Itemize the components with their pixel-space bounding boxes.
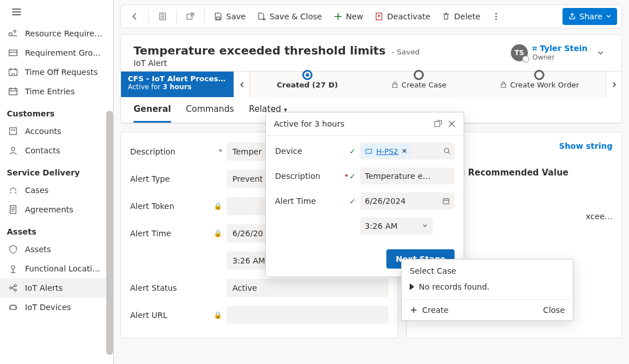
save-button[interactable]: Save xyxy=(209,8,250,25)
nav-accounts[interactable]: Accounts xyxy=(0,122,113,141)
header-expand-button[interactable] xyxy=(592,48,609,58)
save-close-button[interactable]: Save & Close xyxy=(252,8,326,25)
nav-label: Time Off Requests xyxy=(25,68,98,77)
svg-rect-22 xyxy=(393,84,397,87)
bpf-stage-flyout: Active for 3 hours Device ✓ H-PS2 ✕ xyxy=(265,112,464,277)
nav-cases[interactable]: Cases xyxy=(0,181,113,200)
overflow-button[interactable] xyxy=(487,8,505,25)
lookup-create-button[interactable]: Create xyxy=(410,306,449,315)
lookup-title: Select Case xyxy=(410,266,565,275)
record-header: Temperature exceeded threshold limits - … xyxy=(120,34,622,124)
svg-rect-6 xyxy=(11,129,13,131)
nav-label: Assets xyxy=(25,245,51,254)
tab-general[interactable]: General xyxy=(134,104,171,123)
sidebar: Resource Require… Requirement Gro… Time … xyxy=(0,0,114,364)
lock-icon: 🔒 xyxy=(214,202,222,210)
nav-agreements[interactable]: Agreements xyxy=(0,200,113,219)
agreements-icon xyxy=(8,204,18,215)
svg-point-1 xyxy=(14,30,16,32)
hamburger-button[interactable] xyxy=(0,0,113,24)
sidebar-scrollbar[interactable] xyxy=(106,111,113,355)
bpf-next-button[interactable] xyxy=(606,72,622,97)
svg-rect-14 xyxy=(10,306,16,309)
bpf-stage-create-work-order[interactable]: Create Work Order xyxy=(500,70,579,89)
lock-icon: 🔒 xyxy=(214,229,222,237)
alert-type-label: Alert Type xyxy=(130,174,170,183)
device-pill[interactable]: H-PS2 ✕ xyxy=(361,144,411,158)
cases-icon xyxy=(8,185,18,195)
share-button[interactable]: Share xyxy=(563,8,617,25)
bpf-stage-created[interactable]: Created (27 D) xyxy=(277,70,338,89)
flyout-close-button[interactable] xyxy=(448,120,456,128)
svg-point-19 xyxy=(495,13,497,14)
lookup-close-button[interactable]: Close xyxy=(543,306,565,315)
bpf-header[interactable]: CFS - IoT Alert Process Fl… Active for 3… xyxy=(121,72,234,97)
remove-device-button[interactable]: ✕ xyxy=(402,147,407,155)
time-off-icon xyxy=(8,67,18,77)
alert-status-input[interactable]: Active xyxy=(227,279,389,297)
flyout-device-label: Device xyxy=(275,147,342,156)
group-assets: Assets xyxy=(0,219,113,240)
delete-button[interactable]: Delete xyxy=(437,8,485,25)
calendar-icon xyxy=(442,197,450,205)
functional-loc-icon xyxy=(8,263,18,274)
nav-time-entries[interactable]: Time Entries xyxy=(0,82,113,101)
nav-iot-alerts[interactable]: IoT Alerts xyxy=(0,278,113,298)
owner-link[interactable]: ⌗ Tyler Stein xyxy=(532,44,588,53)
nav-label: Cases xyxy=(25,186,49,195)
group-customers: Customers xyxy=(0,101,113,122)
flyout-description-label: Description xyxy=(275,171,342,181)
nav-label: Functional Locati… xyxy=(25,264,100,273)
nav-assets[interactable]: Assets xyxy=(0,240,113,259)
search-icon[interactable] xyxy=(443,147,451,155)
assets-icon xyxy=(8,244,18,254)
bpf-stage-create-case[interactable]: Create Case xyxy=(391,70,447,89)
flyout-dock-button[interactable] xyxy=(434,120,442,128)
resource-req-icon xyxy=(8,28,18,39)
svg-rect-27 xyxy=(443,199,449,204)
iot-devices-icon xyxy=(8,302,18,312)
plus-icon xyxy=(334,12,343,21)
owner-avatar: TS xyxy=(511,44,528,61)
nav-iot-devices[interactable]: IoT Devices xyxy=(0,298,113,317)
accounts-icon xyxy=(8,126,18,136)
share-icon xyxy=(568,12,576,20)
record-set-button[interactable] xyxy=(153,8,172,25)
svg-point-20 xyxy=(495,16,497,17)
nav-contacts[interactable]: Contacts xyxy=(0,141,113,160)
tab-commands[interactable]: Commands xyxy=(186,104,234,123)
back-icon xyxy=(130,12,139,21)
flyout-time-input[interactable]: 3:26 AM xyxy=(360,217,433,235)
nav-time-off[interactable]: Time Off Requests xyxy=(0,62,113,82)
stage-icon xyxy=(414,70,424,80)
lookup-empty-row: No records found. xyxy=(410,280,565,294)
show-string-link[interactable]: Show string xyxy=(559,141,613,150)
nav-resource-requirements[interactable]: Resource Require… xyxy=(0,24,113,43)
iot-alerts-icon xyxy=(8,283,18,293)
back-button[interactable] xyxy=(126,8,144,25)
group-service-delivery: Service Delivery xyxy=(0,160,113,181)
list-icon xyxy=(158,12,167,21)
bpf-prev-button[interactable] xyxy=(234,72,249,97)
save-icon xyxy=(214,12,223,21)
open-new-window-button[interactable] xyxy=(181,8,199,25)
alert-time-label: Alert Time xyxy=(130,229,171,238)
stage-icon xyxy=(534,70,544,80)
alert-url-input xyxy=(227,306,389,324)
svg-rect-7 xyxy=(14,129,15,131)
deactivate-button[interactable]: Deactivate xyxy=(370,8,435,25)
flyout-description-input[interactable]: Temperature e… xyxy=(360,168,455,185)
caret-right-icon xyxy=(410,283,414,290)
flyout-title: Active for 3 hours xyxy=(274,119,344,128)
flyout-date-input[interactable]: 6/26/2024 xyxy=(360,193,455,210)
new-button[interactable]: New xyxy=(329,8,368,25)
device-icon xyxy=(365,147,373,155)
svg-rect-4 xyxy=(9,89,17,95)
nav-functional-locations[interactable]: Functional Locati… xyxy=(0,259,113,278)
nav-label: Accounts xyxy=(25,127,61,136)
owner-role: Owner xyxy=(532,53,588,61)
nav-requirement-groups[interactable]: Requirement Gro… xyxy=(0,43,113,62)
alert-status-label: Alert Status xyxy=(130,283,177,292)
lock-icon xyxy=(391,81,398,88)
device-lookup[interactable]: H-PS2 ✕ xyxy=(360,143,455,160)
